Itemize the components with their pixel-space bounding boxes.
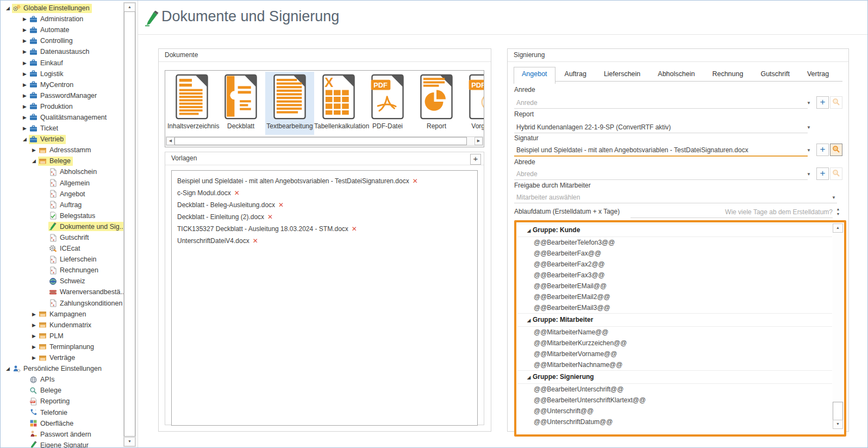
delete-file-icon[interactable]: ✕ xyxy=(413,177,418,185)
expander-collapsed-icon[interactable]: ▶ xyxy=(30,312,38,317)
tab-abholschein[interactable]: Abholschein xyxy=(650,67,703,82)
tree-item-produktion[interactable]: ▶Produktion xyxy=(1,101,124,112)
anrede-search-button[interactable] xyxy=(830,96,842,109)
template-file-row[interactable]: Deckblatt - Beleg-Ausleitung.docx✕ xyxy=(172,199,477,211)
variable-group-header[interactable]: ◢Gruppe: Mitarbeiter xyxy=(517,313,832,327)
expander-collapsed-icon[interactable]: ▶ xyxy=(21,115,29,120)
expander-collapsed-icon[interactable]: ▶ xyxy=(30,344,38,350)
tree-item-administration[interactable]: ▶Administration xyxy=(1,14,124,24)
tree-item-zahlungskonditionen[interactable]: ▶xxZahlungskonditionen xyxy=(1,298,124,309)
expander-collapsed-icon[interactable]: ▶ xyxy=(21,60,29,66)
tree-item-angebot[interactable]: ▶xxAngebot xyxy=(1,189,124,200)
ablaufdatum-spinner[interactable]: ▲▼ xyxy=(835,207,841,217)
template-file-row[interactable]: c-Sign Modul.docx✕ xyxy=(172,187,477,199)
variables-scroll-up-icon[interactable]: ▲ xyxy=(833,223,843,233)
expander-collapsed-icon[interactable]: ▶ xyxy=(30,333,38,339)
document-type-tile-textbearbeitung[interactable]: Textbearbeitung xyxy=(265,72,314,135)
tree-item-pers-nliche-einstellungen[interactable]: ◢Persönliche Einstellungen xyxy=(1,363,124,374)
tree-item-automate[interactable]: ▶Automate xyxy=(1,24,124,35)
expander-collapsed-icon[interactable]: ▶ xyxy=(21,126,29,131)
tree-item-gutschrift[interactable]: ▶xxGutschrift xyxy=(1,232,124,243)
tree-item-einkauf[interactable]: ▶Einkauf xyxy=(1,57,124,68)
tree-item-adressstamm[interactable]: ▶Adressstamm xyxy=(1,145,124,155)
document-type-tile-pdf-datei[interactable]: PDFPDF-Datei xyxy=(363,72,412,135)
tree-item-warenversandbest[interactable]: ▶Warenversandbestä... xyxy=(1,287,124,297)
tree-item-plm[interactable]: ▶PLM xyxy=(1,331,124,341)
report-dropdown-icon[interactable]: ▼ xyxy=(807,125,811,130)
abrede-dropdown-icon[interactable]: ▼ xyxy=(807,172,811,177)
expander-collapsed-icon[interactable]: ▶ xyxy=(30,147,38,153)
variable-item[interactable]: @@Unterschrift@@ xyxy=(517,406,832,416)
tree-item-mycentron[interactable]: ▶MyCentron xyxy=(1,79,124,90)
delete-file-icon[interactable]: ✕ xyxy=(234,189,240,197)
tree-item-oberfl-che[interactable]: ▶Oberfläche xyxy=(1,418,124,429)
tree-scrollbar-thumb[interactable] xyxy=(124,11,135,437)
variable-item[interactable]: @@BearbeiterEMail2@@ xyxy=(517,291,832,302)
expander-collapsed-icon[interactable]: ▶ xyxy=(21,38,29,43)
expander-collapsed-icon[interactable]: ▶ xyxy=(21,104,29,109)
tree-item-auftrag[interactable]: ▶xxAuftrag xyxy=(1,200,124,210)
tab-auftrag[interactable]: Auftrag xyxy=(557,67,595,82)
abrede-combobox[interactable] xyxy=(514,168,808,180)
variable-item[interactable]: @@MitarbeiterKurzzeichen@@ xyxy=(517,338,832,349)
abrede-search-button[interactable] xyxy=(830,167,842,180)
document-type-tile-report[interactable]: Report xyxy=(412,72,461,135)
expander-expanded-icon[interactable]: ◢ xyxy=(21,136,29,142)
variable-item[interactable]: @@BearbeiterFax@@ xyxy=(517,248,832,259)
tree-item-controlling[interactable]: ▶Controlling xyxy=(1,35,124,46)
variable-item[interactable]: @@BearbeiterUnterschrift@@ xyxy=(517,384,832,395)
tree-item-vertrieb[interactable]: ◢Vertrieb xyxy=(1,134,124,145)
signatur-dropdown-icon[interactable]: ▼ xyxy=(807,148,811,153)
expander-expanded-icon[interactable]: ◢ xyxy=(525,314,533,327)
tree-item-icecat[interactable]: ▶ICEcat xyxy=(1,243,124,254)
tree-item-terminplanung[interactable]: ▶Terminplanung xyxy=(1,341,124,352)
tree-item-datenaustausch[interactable]: ▶Datenaustausch xyxy=(1,46,124,57)
expander-expanded-icon[interactable]: ◢ xyxy=(4,366,12,371)
template-file-row[interactable]: Beispiel und Spieldatei - mit alten Ange… xyxy=(172,175,477,187)
delete-file-icon[interactable]: ✕ xyxy=(352,225,357,233)
expander-collapsed-icon[interactable]: ▶ xyxy=(21,16,29,22)
strip-scroll-left-icon[interactable]: ◀ xyxy=(166,137,174,145)
signatur-search-button[interactable] xyxy=(830,144,842,156)
tab-rechnung[interactable]: Rechnung xyxy=(704,67,751,82)
tree-item-passwordmanager[interactable]: ▶PasswordManager xyxy=(1,90,124,101)
expander-expanded-icon[interactable]: ◢ xyxy=(4,5,12,11)
template-file-row[interactable]: TICK135327 Deckblatt - Ausleitung 18.03.… xyxy=(172,223,477,235)
variables-scroll-down-icon[interactable]: ▼ xyxy=(833,420,843,429)
tree-scrollbar[interactable]: ▲ ▼ xyxy=(123,2,136,447)
variable-item[interactable]: @@UnterschriftDatum@@ xyxy=(517,416,832,427)
variable-group-header[interactable]: ◢Gruppe: Signierung xyxy=(517,370,832,384)
document-strip-scrollbar[interactable]: ◀ ▶ xyxy=(166,136,483,146)
tree-item-ticket[interactable]: ▶Ticket xyxy=(1,123,124,134)
tree-item-kampagnen[interactable]: ▶Kampagnen xyxy=(1,309,124,320)
tree-item-belege[interactable]: ▶Belege xyxy=(1,385,124,396)
expander-collapsed-icon[interactable]: ▶ xyxy=(21,27,29,33)
tree-item-allgemein[interactable]: ▶xxAllgemein xyxy=(1,178,124,189)
delete-file-icon[interactable]: ✕ xyxy=(278,201,284,209)
variable-item[interactable]: @@MitarbeiterVorname@@ xyxy=(517,349,832,359)
tree-item-dokumente-und-sig[interactable]: ▶Dokumente und Sig... xyxy=(1,221,124,232)
document-type-tile-deckblatt[interactable]: Deckblatt xyxy=(216,72,265,135)
tree-item-logistik[interactable]: ▶Logistik xyxy=(1,69,124,79)
abrede-add-button[interactable]: + xyxy=(816,167,829,180)
variable-item[interactable]: @@BearbeiterTelefon3@@ xyxy=(517,237,832,248)
anrede-combobox[interactable] xyxy=(514,97,808,109)
variable-item[interactable]: @@MitarbeiterNachname@@ xyxy=(517,359,832,370)
template-file-row[interactable]: Deckblatt - Einleitung (2).docx✕ xyxy=(172,211,477,223)
variable-item[interactable]: @@BearbeiterUnterschriftKlartext@@ xyxy=(517,395,832,406)
tree-scroll-down-icon[interactable]: ▼ xyxy=(124,437,135,446)
expander-collapsed-icon[interactable]: ▶ xyxy=(30,355,38,360)
add-template-button[interactable]: + xyxy=(470,154,481,165)
expander-expanded-icon[interactable]: ◢ xyxy=(525,225,533,237)
signatur-combobox[interactable] xyxy=(514,144,808,157)
variable-item[interactable]: @@BearbeiterEMail3@@ xyxy=(517,302,832,313)
variable-item[interactable]: @@BearbeiterEMail@@ xyxy=(517,281,832,291)
document-type-tile-vorg-nge[interactable]: PDFVorgänge xyxy=(461,72,484,135)
tab-vertrag[interactable]: Vertrag xyxy=(799,67,837,82)
signatur-add-button[interactable]: + xyxy=(816,144,829,156)
variable-item[interactable]: @@MitarbeiterName@@ xyxy=(517,327,832,338)
variables-scrollbar[interactable]: ▲ ▼ xyxy=(833,223,843,429)
tree-item-globale-einstellungen[interactable]: ◢Globale Einstellungen xyxy=(1,3,124,14)
tab-lieferschein[interactable]: Lieferschein xyxy=(596,67,648,82)
expander-expanded-icon[interactable]: ◢ xyxy=(525,371,533,384)
